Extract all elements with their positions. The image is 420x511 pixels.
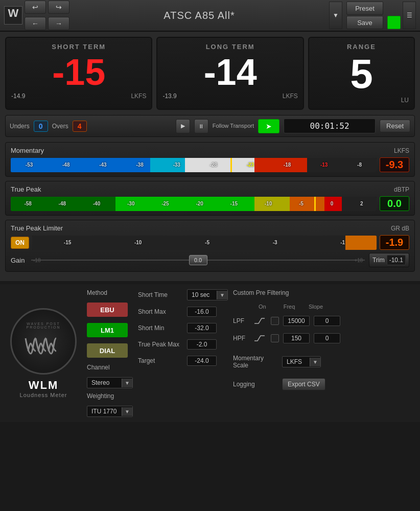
- limiter-unit: GR dB: [391, 225, 409, 232]
- brand-subtitle: Loudness Meter: [20, 392, 67, 398]
- pause-button[interactable]: ⏸: [194, 119, 208, 133]
- hpf-row: HPF: [233, 333, 415, 343]
- momentary-section: Momentary LKFS -53: [5, 142, 415, 177]
- limiter-dark-segment: [32, 236, 345, 250]
- limiter-orange-segment: [345, 236, 377, 250]
- range-unit: LU: [401, 97, 409, 104]
- true-peak-max-row: True Peak Max: [138, 339, 228, 350]
- lpf-row: LPF: [233, 316, 415, 326]
- gain-slider[interactable]: -18 +18 0.0: [31, 253, 365, 267]
- limiter-on-button[interactable]: ON: [11, 237, 29, 249]
- undo-button[interactable]: ↩: [25, 1, 46, 14]
- channel-select[interactable]: Stereo ▼: [87, 377, 133, 388]
- momentary-readout: -9.3: [380, 157, 409, 172]
- short-max-input[interactable]: [187, 307, 217, 317]
- short-max-row: Short Max: [138, 307, 228, 317]
- filter-section: Custom Pre Filtering On Freq Slope LPF H…: [233, 289, 415, 417]
- lpf-freq-input[interactable]: [283, 316, 310, 326]
- hpf-label: HPF: [233, 335, 249, 342]
- controls-row: Unders 0 Overs 4 ▶ ⏸ Follow Transport ➤ …: [5, 115, 415, 137]
- channel-label: Channel: [87, 364, 133, 371]
- follow-transport-button[interactable]: ➤: [258, 119, 279, 133]
- range-meter: RANGE 5 LU: [308, 37, 415, 110]
- short-time-row: Short Time 10 sec ▼: [138, 289, 228, 300]
- long-term-meter: LONG TERM -14 -13.9 LKFS: [156, 37, 304, 110]
- short-min-input[interactable]: [187, 323, 217, 333]
- short-time-value: 10 sec: [188, 290, 217, 300]
- weighting-select[interactable]: ITU 1770 ▼: [87, 406, 133, 417]
- limiter-bar: -15 -10 -5 -3 -1: [32, 236, 377, 250]
- forward-button[interactable]: →: [48, 17, 69, 30]
- lpf-label: LPF: [233, 317, 249, 324]
- waves-logo-svg: [23, 333, 64, 359]
- dial-button[interactable]: DIAL: [87, 343, 128, 358]
- truepeak-title: True Peak: [11, 185, 41, 193]
- ebu-button[interactable]: EBU: [87, 303, 128, 317]
- back-button[interactable]: ←: [25, 17, 46, 30]
- momentary-scale-select[interactable]: LKFS ▼: [282, 356, 321, 367]
- hpf-on-checkbox[interactable]: [271, 334, 279, 342]
- truepeak-yellow: [254, 197, 289, 211]
- bar-cyan-segment: [150, 158, 185, 172]
- slope-col-label: Slope: [306, 304, 326, 310]
- limiter-section: True Peak Limiter GR dB ON -15 -10 -5 -3: [5, 220, 415, 272]
- play-button[interactable]: ▶: [176, 119, 190, 133]
- short-term-sub: -14.9 LKFS: [11, 92, 146, 100]
- preset-dropdown-button[interactable]: ▼: [329, 2, 342, 29]
- logo-circle: WAVES POST PRODUCTION: [10, 308, 77, 375]
- range-label: RANGE: [314, 43, 409, 51]
- nav-group: ↩ ↪ ← →: [25, 0, 69, 31]
- preset-title: ATSC A85 All*: [74, 10, 325, 21]
- momentary-title: Momentary: [11, 147, 44, 154]
- lpf-icon: [253, 316, 267, 326]
- trim-value[interactable]: -10.1: [387, 255, 406, 265]
- freq-col-label: Freq: [276, 304, 302, 310]
- long-term-sub-value: -13.9: [162, 92, 176, 100]
- bar-red-segment: [254, 158, 307, 172]
- lpf-slope-input[interactable]: [314, 316, 340, 326]
- true-peak-max-label: True Peak Max: [138, 341, 184, 348]
- weighting-label: Weighting: [87, 392, 133, 400]
- short-term-sub-value: -14.9: [11, 92, 25, 100]
- short-time-arrow-icon: ▼: [217, 291, 227, 299]
- unders-value: 0: [34, 121, 48, 132]
- gain-handle[interactable]: 0.0: [189, 255, 207, 265]
- redo-button[interactable]: ↪: [48, 1, 69, 14]
- meters-row: SHORT TERM -15 -14.9 LKFS LONG TERM -14 …: [5, 37, 415, 110]
- truepeak-bar: -58 -48 -40 -30 -25 -20 -15 -10 -5 0 2: [11, 197, 377, 211]
- follow-transport-label: Follow Transport: [213, 123, 254, 129]
- main-area: SHORT TERM -15 -14.9 LKFS LONG TERM -14 …: [0, 32, 420, 281]
- hpf-slope-input[interactable]: [314, 333, 340, 343]
- truepeak-header: True Peak dBTP: [11, 185, 409, 193]
- bottom-section: WAVES POST PRODUCTION WLM Loudness Meter…: [0, 284, 420, 422]
- gain-min-label: -18: [33, 258, 40, 263]
- reset-button[interactable]: Reset: [380, 120, 410, 132]
- truepeak-needle: [314, 197, 316, 211]
- header-right-buttons: Preset Save: [346, 2, 401, 29]
- lpf-on-checkbox[interactable]: [271, 317, 279, 325]
- short-time-select[interactable]: 10 sec ▼: [187, 289, 228, 300]
- range-sub: LU: [314, 97, 409, 104]
- export-csv-button[interactable]: Export CSV: [282, 378, 325, 390]
- menu-button[interactable]: ☰: [403, 2, 416, 29]
- gain-max-label: +18: [354, 258, 363, 263]
- lm1-button[interactable]: LM1: [87, 323, 128, 337]
- truepeak-unit: dBTP: [394, 186, 409, 193]
- save-button[interactable]: Save: [346, 16, 383, 29]
- truepeak-bar-container: -58 -48 -40 -30 -25 -20 -15 -10 -5 0 2 0…: [11, 196, 409, 211]
- target-label: Target: [138, 357, 184, 364]
- overs-label: Overs: [52, 123, 68, 130]
- short-min-row: Short Min: [138, 323, 228, 333]
- momentary-bar-container: -53 -48 -43 -38 -33 -28 -23 -18 -13 -8 -…: [11, 157, 409, 172]
- truepeak-section: True Peak dBTP: [5, 181, 415, 216]
- preset-button[interactable]: Preset: [346, 2, 383, 15]
- unders-label: Unders: [10, 123, 30, 130]
- weighting-arrow-icon: ▼: [122, 407, 132, 416]
- gain-row: Gain -18 +18 0.0 Trim -10.1: [11, 253, 409, 267]
- hpf-freq-input[interactable]: [283, 333, 310, 343]
- time-settings-col: Short Time 10 sec ▼ Short Max Short Min …: [138, 289, 228, 417]
- long-term-sub: -13.9 LKFS: [162, 92, 297, 100]
- momentary-scale-value: LKFS: [283, 357, 310, 367]
- true-peak-max-input[interactable]: [187, 339, 217, 350]
- target-input[interactable]: [187, 356, 217, 366]
